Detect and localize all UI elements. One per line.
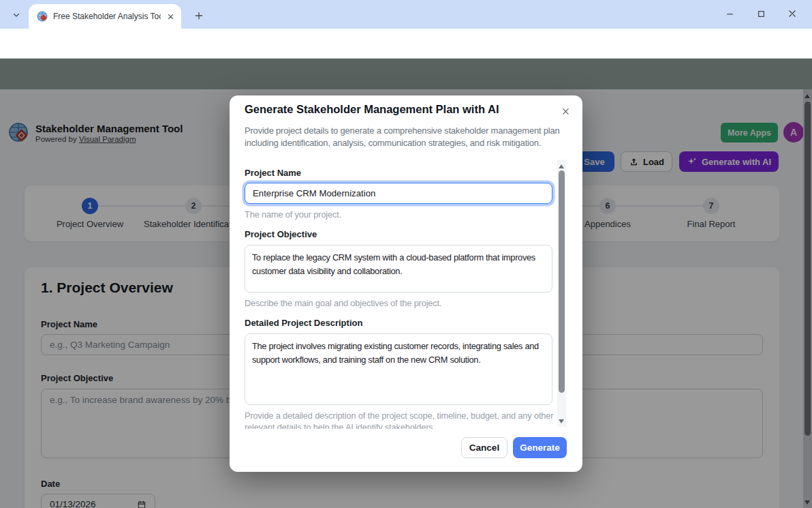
modal-project-objective-textarea[interactable]: To replace the legacy CRM system with a … <box>245 245 552 293</box>
modal-scrollbar[interactable] <box>557 160 566 427</box>
close-window-icon[interactable] <box>777 0 808 27</box>
browser-window: Free Stakeholder Analysis Tool | ai-tool… <box>0 0 812 508</box>
modal-project-objective-helper: Describe the main goal and objectives of… <box>245 297 562 309</box>
modal-project-name-input[interactable] <box>245 183 552 204</box>
modal-scrollbar-thumb[interactable] <box>559 170 565 393</box>
tab-search-button[interactable] <box>7 6 26 23</box>
modal-project-name-label: Project Name <box>245 168 301 178</box>
modal-project-name-helper: The name of your project. <box>245 209 562 220</box>
modal-scroll-down-icon[interactable] <box>559 419 564 423</box>
modal-project-description-helper: Provide a detailed description of the pr… <box>245 410 562 429</box>
generate-button[interactable]: Generate <box>513 437 567 458</box>
modal-project-description-label: Detailed Project Description <box>245 318 362 328</box>
cancel-button[interactable]: Cancel <box>461 437 507 458</box>
plus-icon <box>194 11 204 20</box>
tab-close-icon[interactable] <box>165 11 176 22</box>
modal-project-description-textarea[interactable]: The project involves migrating existing … <box>245 333 552 405</box>
tab-strip: Free Stakeholder Analysis Tool | <box>0 0 812 29</box>
window-controls <box>714 0 808 27</box>
new-tab-button[interactable] <box>191 8 207 24</box>
modal-scroll-up-icon[interactable] <box>559 164 564 168</box>
modal-project-objective-label: Project Objective <box>245 229 317 239</box>
minimize-icon[interactable] <box>714 0 745 27</box>
chevron-down-icon <box>12 11 20 19</box>
browser-tab[interactable]: Free Stakeholder Analysis Tool | <box>29 4 181 29</box>
modal-description: Provide project details to generate a co… <box>245 125 572 149</box>
maximize-icon[interactable] <box>745 0 777 27</box>
visual-paradigm-favicon-icon <box>37 11 48 22</box>
generate-plan-modal: Generate Stakeholder Management Plan wit… <box>230 95 582 472</box>
modal-close-icon[interactable] <box>558 104 573 119</box>
browser-toolbar: ai-toolbox.visual-paradigm.com/app/stake… <box>0 29 812 59</box>
tab-title: Free Stakeholder Analysis Tool | <box>53 12 161 21</box>
modal-title: Generate Stakeholder Management Plan wit… <box>245 103 499 116</box>
